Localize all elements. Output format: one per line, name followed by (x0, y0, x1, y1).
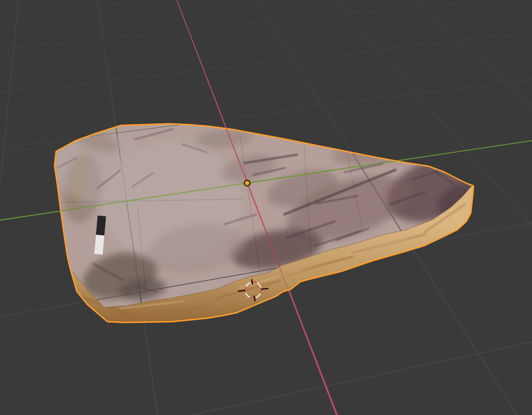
object-origin-dot (244, 180, 250, 186)
stone-object[interactable] (46, 118, 500, 330)
viewport-3d[interactable] (0, 0, 532, 415)
3d-cursor-crosshair-arm (261, 288, 268, 289)
scale-bar-black-half (96, 216, 106, 236)
viewport-overlay (0, 0, 532, 415)
3d-cursor-crosshair-arm (238, 290, 245, 291)
granite-noise (48, 118, 481, 330)
scale-bar-white-half (94, 235, 104, 255)
